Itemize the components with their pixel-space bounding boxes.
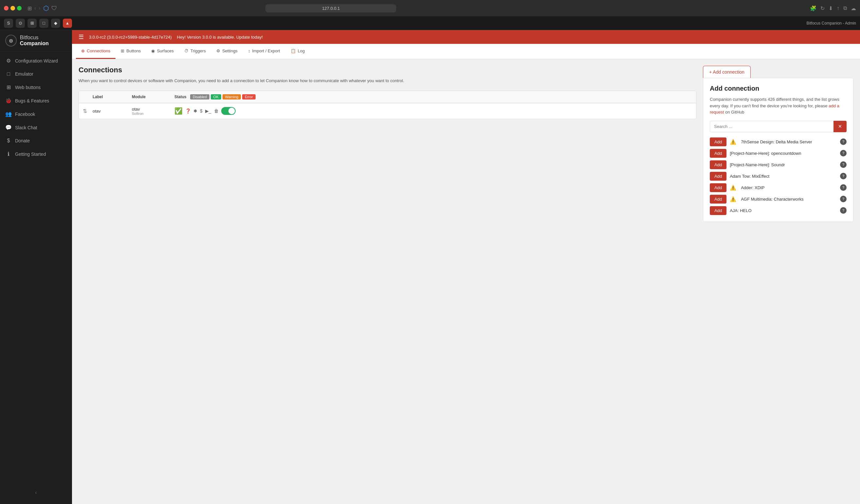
share-icon[interactable]: ↑ xyxy=(837,5,840,12)
sidebar-item-facebook[interactable]: 👥 Facebook xyxy=(0,107,72,121)
tab-connections[interactable]: ⊕ Connections xyxy=(76,44,115,59)
tab-log[interactable]: 📋 Log xyxy=(285,44,310,59)
add-agf-button[interactable]: Add xyxy=(710,195,727,204)
tab-surfaces[interactable]: ◉ Surfaces xyxy=(146,44,179,59)
sidebar-collapse-button[interactable]: ‹ xyxy=(0,486,72,499)
sidebar: ⊛ Bitfocus Companion ⚙ Configuration Wiz… xyxy=(0,30,72,504)
terminal-icon[interactable]: ▶_ xyxy=(205,108,211,114)
add-opencountdown-button[interactable]: Add xyxy=(710,149,727,158)
col-label: Label xyxy=(92,95,132,99)
list-item: Add ⚠️ 7thSense Design: Delta Media Serv… xyxy=(710,138,847,146)
refresh-icon[interactable]: ↻ xyxy=(820,5,825,12)
sidebar-toggle-icon[interactable]: ⊞ xyxy=(28,5,32,12)
back-icon[interactable]: ‹ xyxy=(34,5,36,11)
badge-error: Error xyxy=(242,94,255,100)
browser-nav: ⊞ ‹ › ⬡ 🛡 xyxy=(28,4,57,12)
companion-window-title: Bitfocus Companion - Admin xyxy=(807,21,856,26)
tabs-icon[interactable]: ⧉ xyxy=(843,5,847,12)
sidebar-item-bugs-features[interactable]: 🐞 Bugs & Features xyxy=(0,94,72,107)
sidebar-bottom: ‹ xyxy=(0,484,72,504)
sidebar-item-label: Facebook xyxy=(15,112,35,117)
table-row: ⇅ otav otav Softron ✅ ❓ ✱ $ ▶ xyxy=(79,103,696,119)
sidebar-item-label: Web buttons xyxy=(15,85,41,90)
conn-label: otav xyxy=(92,109,132,114)
download-icon[interactable]: ⬇ xyxy=(829,5,833,12)
add-mixeffect-button[interactable]: Add xyxy=(710,172,727,181)
help-icon[interactable]: ❓ xyxy=(185,108,191,114)
emulator-icon: □ xyxy=(5,71,12,77)
search-row: ✕ xyxy=(710,121,847,132)
maximize-button[interactable] xyxy=(17,6,22,11)
delete-icon[interactable]: 🗑 xyxy=(214,108,219,114)
conn-actions: ✅ ❓ ✱ $ ▶_ 🗑 xyxy=(174,107,692,115)
settings-tab-icon: ⚙ xyxy=(216,48,220,53)
tab-import-export[interactable]: ↕ Import / Export xyxy=(243,44,285,59)
col-status: Status Disabled OK Warning Error xyxy=(174,94,692,100)
minimize-button[interactable] xyxy=(11,6,15,11)
help-button[interactable]: ? xyxy=(840,150,847,156)
module-name: Adam Tow: MixEffect xyxy=(730,174,837,179)
add-connection-tab[interactable]: + Add connection xyxy=(703,66,751,78)
help-button[interactable]: ? xyxy=(840,139,847,145)
search-input[interactable] xyxy=(710,121,833,132)
help-button[interactable]: ? xyxy=(840,207,847,214)
connections-title: Connections xyxy=(78,66,697,74)
sidebar-item-slack-chat[interactable]: 💬 Slack Chat xyxy=(0,121,72,134)
cloud-icon[interactable]: ☁ xyxy=(851,5,856,12)
module-name: 7thSense Design: Delta Media Server xyxy=(741,140,837,144)
sys-icon-box[interactable]: □ xyxy=(39,19,48,28)
menu-icon[interactable]: ☰ xyxy=(78,33,84,41)
add-soundr-button[interactable]: Add xyxy=(710,160,727,169)
sidebar-item-label: Slack Chat xyxy=(15,125,37,130)
help-button[interactable]: ? xyxy=(840,161,847,168)
status-ok-icon: ✅ xyxy=(174,107,183,115)
chevron-left-icon: ‹ xyxy=(35,490,37,495)
badge-ok: OK xyxy=(211,94,221,100)
sidebar-item-label: Emulator xyxy=(15,71,33,76)
connections-table: Label Module Status Disabled OK Warning … xyxy=(78,91,697,119)
tab-triggers[interactable]: ⏱ Triggers xyxy=(179,44,211,59)
tab-buttons[interactable]: ⊞ Buttons xyxy=(115,44,146,59)
sys-icon-grid[interactable]: ⊞ xyxy=(28,19,37,28)
sys-icon-circle[interactable]: ⊙ xyxy=(16,19,25,28)
dollar-icon[interactable]: $ xyxy=(200,108,203,114)
browser-right-controls: 🧩 ↻ ⬇ ↑ ⧉ ☁ xyxy=(810,5,856,12)
sys-icon-active[interactable]: ▲ xyxy=(63,19,72,28)
list-item: Add AJA: HELO ? xyxy=(710,206,847,215)
sidebar-item-donate[interactable]: $ Donate xyxy=(0,134,72,147)
conn-toggle[interactable] xyxy=(221,107,235,115)
help-button[interactable]: ? xyxy=(840,196,847,202)
add-aja-button[interactable]: Add xyxy=(710,206,727,215)
module-name: AGF Multimedia: Characterworks xyxy=(741,197,837,202)
surfaces-tab-icon: ◉ xyxy=(151,48,155,53)
extensions-icon[interactable]: 🧩 xyxy=(810,5,816,12)
sidebar-item-config-wizard[interactable]: ⚙ Configuration Wizard xyxy=(0,54,72,68)
sidebar-item-label: Donate xyxy=(15,138,30,143)
tab-settings[interactable]: ⚙ Settings xyxy=(211,44,243,59)
list-item: Add ⚠️ Adder: XDIP ? xyxy=(710,183,847,192)
help-button[interactable]: ? xyxy=(840,173,847,179)
close-button[interactable] xyxy=(4,6,9,11)
sidebar-logo: ⊛ Bitfocus Companion xyxy=(0,30,72,52)
help-button[interactable]: ? xyxy=(840,184,847,191)
system-toolbar: S ⊙ ⊞ □ ◆ ▲ Bitfocus Companion - Admin xyxy=(0,16,860,30)
address-bar[interactable]: 127.0.0.1 xyxy=(266,4,396,12)
connections-tab-icon: ⊕ xyxy=(81,48,85,53)
search-clear-button[interactable]: ✕ xyxy=(833,121,847,132)
sys-icon-s[interactable]: S xyxy=(4,19,13,28)
update-message: Hey! Version 3.0.0 is available. Update … xyxy=(177,35,854,40)
sys-icon-diamond[interactable]: ◆ xyxy=(51,19,60,28)
add-adder-button[interactable]: Add xyxy=(710,183,727,192)
sidebar-item-emulator[interactable]: □ Emulator xyxy=(0,68,72,81)
settings-icon[interactable]: ✱ xyxy=(194,108,197,114)
sidebar-item-web-buttons[interactable]: ⊞ Web buttons xyxy=(0,81,72,94)
forward-icon[interactable]: › xyxy=(39,5,40,11)
sidebar-item-getting-started[interactable]: ℹ Getting Started xyxy=(0,147,72,161)
config-wizard-icon: ⚙ xyxy=(5,58,12,64)
bugs-icon: 🐞 xyxy=(5,98,12,104)
logo-text: Bitfocus Companion xyxy=(20,35,67,46)
add-7thsense-button[interactable]: Add xyxy=(710,138,727,146)
sidebar-item-label: Bugs & Features xyxy=(15,98,49,103)
drag-handle-icon[interactable]: ⇅ xyxy=(83,108,92,114)
list-item: Add ⚠️ AGF Multimedia: Characterworks ? xyxy=(710,195,847,204)
